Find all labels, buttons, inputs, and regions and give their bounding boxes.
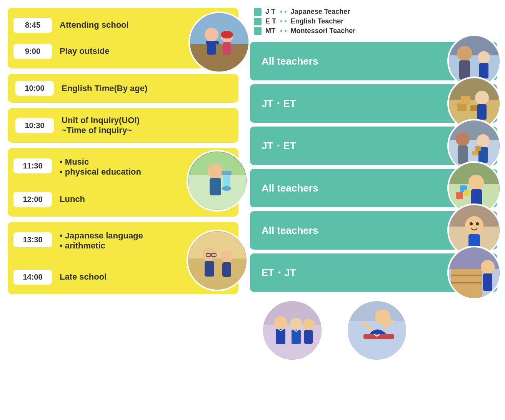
teacher-block-4: All teachers (250, 211, 497, 250)
schedule-group-1: 8:45 Attending school (8, 8, 238, 68)
teacher-label-1: JT・ET (262, 97, 296, 110)
teacher-block-3: All teachers (250, 169, 497, 207)
svg-rect-66 (483, 273, 492, 291)
schedule-column: 8:45 Attending school (8, 8, 238, 412)
legend: J T • • Japanese Teacher E T • • English… (250, 8, 497, 35)
teacher-column: J T • • Japanese Teacher E T • • English… (250, 8, 497, 412)
svg-rect-70 (276, 329, 285, 344)
svg-point-57 (470, 222, 473, 225)
legend-item-jt: J T • • Japanese Teacher (254, 8, 497, 16)
activity-uoi: Unit of Inquiry(UOI) ~Time of inquiry~ (62, 115, 231, 135)
legend-code-et: E T (265, 17, 276, 25)
teacher-block-0: All teachers (250, 42, 497, 80)
bottom-photo-left (262, 300, 323, 361)
schedule-english: 10:00 English Time(By age) (8, 74, 238, 103)
svg-rect-63 (451, 275, 482, 276)
svg-point-24 (221, 250, 233, 263)
svg-point-43 (477, 134, 490, 147)
schedule-group-japanese: 13:30 • Japanese language • arithmetic (8, 222, 238, 294)
svg-rect-64 (451, 282, 482, 283)
photo-attending-school (188, 12, 250, 73)
teacher-photo-5 (447, 246, 501, 300)
svg-rect-74 (304, 330, 313, 344)
time-845: 8:45 (13, 18, 52, 33)
svg-point-73 (303, 319, 315, 330)
svg-rect-45 (472, 151, 478, 155)
svg-point-69 (274, 316, 287, 329)
time-1130: 11:30 (13, 158, 52, 173)
teacher-block-1: JT・ET (250, 84, 497, 123)
svg-point-41 (456, 132, 470, 146)
legend-item-mt: MT • • Montessori Teacher (254, 27, 497, 35)
legend-color-jt (254, 8, 262, 16)
svg-rect-6 (213, 41, 219, 44)
photo-japanese (187, 230, 248, 291)
time-900: 9:00 (13, 44, 52, 59)
svg-rect-34 (457, 103, 467, 111)
svg-point-58 (476, 222, 479, 225)
legend-code-mt: MT (265, 27, 276, 35)
svg-point-56 (465, 216, 483, 235)
teacher-label-0: All teachers (262, 55, 318, 67)
svg-rect-13 (210, 178, 221, 195)
svg-point-28 (457, 46, 472, 61)
svg-rect-9 (223, 42, 231, 55)
svg-point-12 (208, 163, 223, 179)
svg-rect-36 (470, 105, 478, 111)
teacher-label-3: All teachers (262, 182, 318, 194)
legend-label-et: English Teacher (291, 17, 344, 25)
legend-dots-mt: • • (280, 27, 287, 35)
time-1030: 10:30 (15, 118, 54, 133)
svg-rect-25 (222, 262, 231, 277)
teacher-block-5: ET・JT (250, 253, 497, 292)
svg-point-65 (481, 260, 495, 274)
svg-rect-46 (475, 146, 481, 151)
svg-point-49 (468, 175, 484, 190)
bottom-photo-right (346, 300, 408, 361)
svg-point-8 (221, 31, 233, 38)
legend-code-jt: J T (265, 8, 276, 16)
svg-point-19 (203, 248, 217, 262)
time-1400: 14:00 (13, 270, 52, 285)
teacher-block-2: JT・ET (250, 127, 497, 165)
svg-rect-76 (348, 321, 406, 359)
teacher-label-2: JT・ET (262, 139, 296, 153)
legend-label-jt: Japanese Teacher (291, 8, 350, 16)
svg-rect-51 (456, 192, 463, 199)
legend-label-mt: Montessori Teacher (291, 27, 356, 35)
time-1330: 13:30 (13, 232, 52, 247)
svg-rect-5 (206, 41, 212, 44)
svg-rect-53 (464, 190, 470, 196)
svg-rect-2 (190, 44, 248, 71)
svg-rect-35 (461, 96, 470, 104)
legend-color-et (254, 18, 262, 25)
schedule-uoi: 10:30 Unit of Inquiry(UOI) ~Time of inqu… (8, 108, 238, 143)
photo-music (187, 150, 248, 212)
legend-item-et: E T • • English Teacher (254, 17, 497, 25)
teacher-label-4: All teachers (262, 225, 318, 237)
svg-rect-23 (205, 261, 214, 277)
time-1000: 10:00 (15, 81, 54, 96)
svg-point-37 (475, 91, 489, 105)
legend-dots-jt: • • (280, 8, 287, 16)
legend-dots-et: • • (280, 17, 287, 25)
svg-point-77 (375, 309, 390, 325)
svg-rect-31 (479, 63, 488, 78)
bottom-photos (250, 300, 497, 361)
schedule-group-music: 11:30 • Music • physical education (8, 148, 238, 217)
svg-point-3 (205, 28, 218, 42)
teacher-label-5: ET・JT (262, 266, 296, 280)
svg-rect-42 (458, 145, 468, 164)
time-1200: 12:00 (13, 192, 52, 207)
svg-point-16 (222, 186, 231, 191)
teacher-blocks-list: All teachers (250, 42, 497, 292)
svg-rect-38 (477, 104, 487, 120)
legend-color-mt (254, 27, 262, 35)
svg-rect-15 (222, 171, 232, 175)
activity-english: English Time(By age) (62, 83, 231, 93)
svg-point-71 (290, 318, 302, 330)
svg-point-30 (478, 51, 490, 63)
